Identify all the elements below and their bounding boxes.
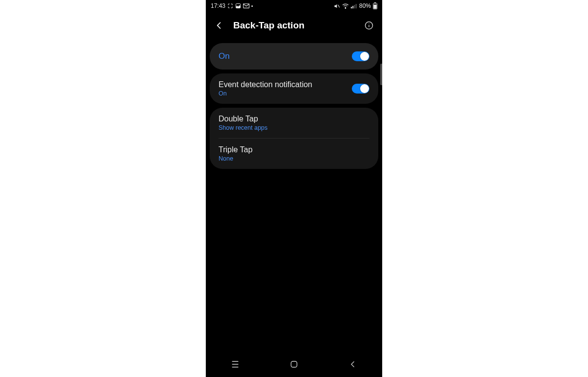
event-detection-card: Event detection notification On [210,73,378,104]
navigation-bar [206,355,382,373]
svg-rect-7 [356,4,357,8]
svg-point-3 [345,8,346,9]
gallery-icon [235,3,241,9]
gmail-icon [243,3,249,8]
svg-rect-17 [291,361,297,367]
double-tap-row[interactable]: Double Tap Show recent apps [210,108,378,138]
back-button[interactable] [212,18,226,33]
double-tap-sub: Show recent apps [219,124,369,131]
signal-icon [351,3,357,9]
status-right: 80% [334,2,377,9]
status-bar: 17:43 [206,0,382,12]
home-button[interactable] [279,357,309,372]
svg-rect-4 [351,7,352,8]
recents-button[interactable] [220,357,250,372]
svg-rect-6 [354,5,355,8]
event-detection-switch[interactable] [352,84,369,94]
svg-point-13 [368,24,369,24]
svg-line-2 [338,4,340,7]
battery-text: 80% [359,2,371,9]
page-title: Back-Tap action [233,20,355,31]
scrollbar-indicator[interactable] [380,64,382,85]
triple-tap-sub: None [219,155,369,162]
triple-tap-row[interactable]: Triple Tap None [210,139,378,169]
tap-actions-card: Double Tap Show recent apps Triple Tap N… [210,108,378,169]
clock-text: 17:43 [211,2,225,9]
wifi-icon [342,3,349,9]
master-toggle-label: On [219,51,352,61]
event-detection-sub: On [219,90,352,97]
battery-icon [373,2,377,9]
master-toggle-card: On [210,43,378,70]
event-detection-row[interactable]: Event detection notification On [210,73,378,104]
master-toggle-row[interactable]: On [210,43,378,70]
info-button[interactable] [362,18,376,33]
svg-rect-10 [373,4,376,8]
event-detection-title: Event detection notification [219,80,352,89]
status-left: 17:43 [211,2,253,9]
phone-frame: 17:43 [206,0,382,377]
svg-rect-5 [352,6,353,8]
triple-tap-title: Triple Tap [219,145,369,154]
fullscreen-icon [227,3,233,9]
master-toggle-switch[interactable] [352,51,369,61]
more-notifications-dot-icon [251,5,253,7]
page-header: Back-Tap action [206,12,382,39]
mute-icon [334,3,340,9]
double-tap-title: Double Tap [219,115,369,123]
nav-back-button[interactable] [338,357,368,372]
